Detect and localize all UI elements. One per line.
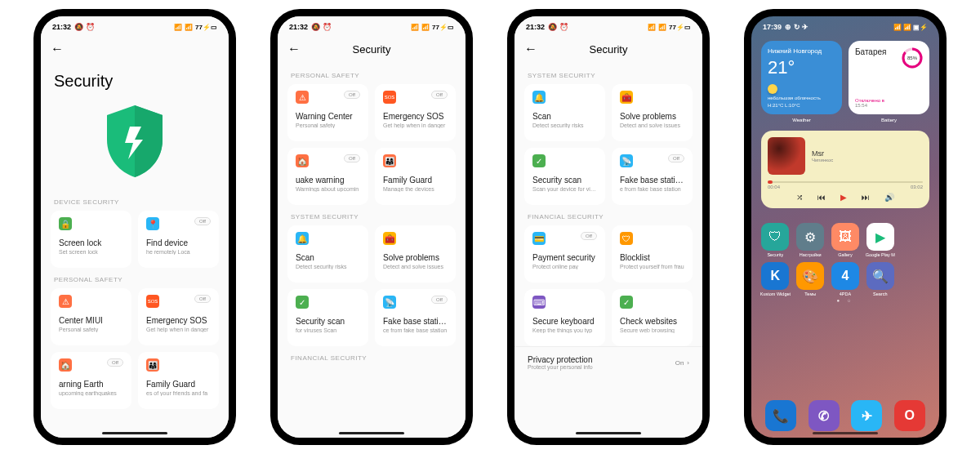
weather-hilo: H:21°C L:10°C bbox=[768, 103, 835, 108]
security-tile[interactable]: ⌨Secure keyboardKeep the things you typ bbox=[524, 289, 605, 346]
toggle-pill[interactable]: Off bbox=[344, 91, 360, 99]
next-icon[interactable]: ⏭ bbox=[862, 193, 870, 202]
play-icon[interactable]: ▶ bbox=[840, 193, 847, 202]
tile-title: Scan bbox=[532, 112, 597, 121]
tile-icon: SOS bbox=[146, 295, 159, 308]
prev-icon[interactable]: ⏮ bbox=[817, 193, 826, 202]
security-tile[interactable]: 🏠Offarning Earthupcoming earthquakes bbox=[51, 352, 131, 409]
security-tile[interactable]: ✓Security scanScan your device for virus bbox=[524, 148, 605, 205]
dock-app[interactable]: 📞 bbox=[765, 400, 796, 431]
tile-title: Emergency SOS bbox=[146, 316, 211, 325]
app-icon-Security[interactable]: 🛡Security bbox=[760, 223, 791, 257]
tile-title: Family Guard bbox=[383, 176, 448, 185]
security-tile[interactable]: 🔔ScanDetect security risks bbox=[524, 84, 605, 141]
tile-title: Warning Center bbox=[296, 112, 360, 121]
tile-icon: 🔔 bbox=[296, 232, 309, 245]
tile-icon: 👨‍👩‍👧 bbox=[383, 154, 396, 167]
tile-title: Center MIUI bbox=[59, 316, 123, 325]
security-tile[interactable]: 💳OffPayment securityProtect online pay bbox=[524, 225, 605, 283]
status-bar: 21:32🔕 ⏰ 📶📶77⚡▭ bbox=[41, 16, 229, 34]
battery-widget[interactable]: Батарея 85% Отключено в 15:54 Battery bbox=[849, 41, 929, 114]
toggle-pill[interactable]: Off bbox=[194, 217, 211, 225]
tile-icon: ⌨ bbox=[532, 296, 546, 309]
app-icon-Google Play М[interactable]: ▶Google Play М bbox=[864, 223, 896, 257]
security-tile[interactable]: 📍OffFind devicehe remotely Loca bbox=[138, 211, 219, 268]
tile-sub: Get help when in danger bbox=[146, 327, 211, 332]
section-system-security: SYSTEM SECURITY bbox=[514, 64, 702, 84]
toggle-pill[interactable]: Off bbox=[581, 232, 597, 240]
svg-text:85%: 85% bbox=[907, 56, 918, 60]
toggle-pill[interactable]: Off bbox=[431, 91, 448, 99]
page-dots[interactable]: ● ○ bbox=[751, 296, 939, 305]
weather-desc: небольшая облачность bbox=[768, 96, 835, 100]
privacy-state: On bbox=[675, 359, 684, 367]
privacy-protection-row[interactable]: Privacy protection Protect your personal… bbox=[514, 346, 702, 378]
app-icon-4PDA[interactable]: 44PDA bbox=[830, 262, 862, 296]
tile-icon: 📍 bbox=[146, 217, 159, 230]
music-total: 03:02 bbox=[911, 185, 923, 189]
music-progress[interactable] bbox=[768, 181, 923, 183]
security-tile[interactable]: SOSOffEmergency SOSGet help when in dang… bbox=[375, 84, 456, 141]
security-tile[interactable]: ⚠OffWarning CenterPersonal safety bbox=[287, 84, 368, 141]
security-tile[interactable]: ✓Check websitesSecure web browsing bbox=[612, 289, 693, 346]
app-icon-Темы[interactable]: 🎨Темы bbox=[795, 262, 826, 296]
tile-title: Screen lock bbox=[59, 238, 123, 247]
security-tile[interactable]: 👨‍👩‍👧Family Guardes of your friends and … bbox=[138, 352, 219, 409]
tile-sub: ce from fake base station bbox=[383, 327, 448, 333]
status-bar: 17:39⊕ ↻ ✈ 📶 📶 ▣⚡ bbox=[751, 16, 939, 34]
tile-sub: upcoming earthquakes bbox=[59, 390, 123, 396]
tile-sub: Warnings about upcomin bbox=[296, 186, 360, 192]
toggle-pill[interactable]: Off bbox=[107, 358, 123, 367]
shuffle-icon[interactable]: ⤮ bbox=[796, 193, 803, 202]
dock: 📞✆✈O bbox=[751, 400, 939, 431]
tile-title: Secure keyboard bbox=[532, 317, 597, 326]
home-indicator[interactable] bbox=[102, 432, 167, 434]
security-tile[interactable]: 🧰Solve problemsDetect and solve issues bbox=[375, 225, 456, 283]
tile-title: Security scan bbox=[296, 317, 360, 326]
security-tile[interactable]: 🔔ScanDetect security risks bbox=[287, 225, 368, 283]
security-tile[interactable]: SOSOffEmergency SOSGet help when in dang… bbox=[138, 288, 219, 345]
tile-icon: ⚠ bbox=[296, 91, 309, 104]
tile-sub: Detect security risks bbox=[532, 122, 597, 128]
app-icon-Настройки[interactable]: ⚙Настройки bbox=[795, 223, 826, 257]
music-title: Msr bbox=[812, 149, 833, 158]
back-arrow-icon[interactable]: ← bbox=[287, 42, 301, 56]
section-system-security: SYSTEM SECURITY bbox=[278, 205, 466, 225]
back-arrow-icon[interactable]: ← bbox=[51, 42, 64, 56]
page-title: Security bbox=[41, 64, 229, 97]
security-tile[interactable]: 🛡BlocklistProtect yourself from frau bbox=[612, 225, 693, 283]
tile-grid: 🔔ScanDetect security risks🧰Solve problem… bbox=[514, 84, 702, 205]
tile-icon: 📡 bbox=[383, 296, 396, 309]
toggle-pill[interactable]: Off bbox=[344, 154, 360, 162]
back-arrow-icon[interactable]: ← bbox=[524, 42, 537, 56]
toggle-pill[interactable]: Off bbox=[194, 295, 211, 303]
home-indicator[interactable] bbox=[339, 432, 404, 434]
weather-widget[interactable]: Нижний Новгород 21° небольшая облачность… bbox=[761, 41, 842, 114]
home-indicator[interactable] bbox=[576, 432, 641, 434]
toggle-pill[interactable]: Off bbox=[431, 296, 448, 304]
security-tile[interactable]: 🔒Screen lockSet screen lock bbox=[51, 211, 131, 268]
dock-app[interactable]: ✆ bbox=[808, 400, 840, 431]
app-icon-Kustom Widget[interactable]: KKustom Widget bbox=[760, 262, 791, 296]
dock-app[interactable]: ✈ bbox=[851, 400, 882, 431]
status-battery: 77⚡▭ bbox=[195, 24, 217, 31]
security-tile[interactable]: 🧰Solve problemsDetect and solve issues bbox=[612, 84, 693, 141]
security-tile[interactable]: ⚠Center MIUIPersonal safety bbox=[51, 288, 131, 345]
security-tile[interactable]: ✓Security scanfor viruses Scan bbox=[287, 289, 368, 346]
security-tile[interactable]: 🏠Offuake warningWarnings about upcomin bbox=[287, 148, 368, 205]
music-widget[interactable]: Msr Чипинкос 00:04 03:02 ⤮ ⏮ ▶ ⏭ 🔊 bbox=[761, 131, 929, 208]
volume-icon[interactable]: 🔊 bbox=[884, 193, 894, 202]
music-artist: Чипинкос bbox=[812, 158, 833, 162]
toggle-pill[interactable]: Off bbox=[668, 154, 684, 162]
chevron-right-icon: › bbox=[687, 359, 689, 367]
dock-app[interactable]: O bbox=[894, 400, 925, 431]
app-icon-Search[interactable]: 🔍Search bbox=[864, 262, 896, 296]
security-tile[interactable]: 👨‍👩‍👧Family GuardManage the devices bbox=[375, 148, 456, 205]
app-icon-Gallery[interactable]: 🖼Gallery bbox=[830, 223, 862, 257]
tile-sub: Set screen lock bbox=[59, 249, 123, 255]
home-indicator[interactable] bbox=[813, 432, 878, 434]
security-tile[interactable]: 📡OffFake base stationsce from fake base … bbox=[375, 289, 456, 346]
section-financial-security: FINANCIAL SECURITY bbox=[278, 346, 466, 367]
security-tile[interactable]: 📡OffFake base stationse from fake base s… bbox=[612, 148, 693, 205]
tile-sub: Detect security risks bbox=[296, 264, 360, 269]
